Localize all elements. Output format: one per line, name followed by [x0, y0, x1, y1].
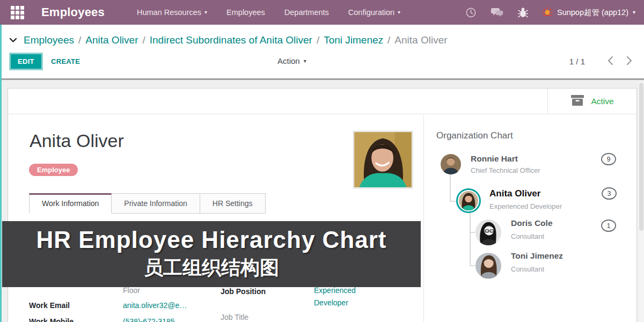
company-sun-logo-icon: [542, 7, 553, 18]
activities-clock-icon[interactable]: [465, 7, 477, 18]
job-title-label: Job Title: [221, 313, 248, 321]
active-stat-button[interactable]: Active: [547, 89, 636, 114]
apps-menu-button[interactable]: [11, 6, 24, 19]
org-node-name[interactable]: Toni Jimenez: [511, 251, 563, 261]
menu-human-resources[interactable]: Human Resources ▾: [137, 8, 207, 17]
org-node-title: Experienced Developer: [489, 202, 562, 210]
pager-count: 1 / 1: [569, 57, 585, 66]
apps-grid-icon: [11, 6, 24, 19]
navbar-right: Sunpop超管 (app12) ▾: [465, 7, 635, 18]
work-email-label: Work Email: [29, 301, 70, 310]
left-edge-accent: [0, 25, 2, 322]
breadcrumb-separator: /: [78, 34, 81, 46]
form-statusbar: Active: [8, 89, 636, 114]
user-menu[interactable]: Sunpop超管 (app12) ▾: [542, 7, 635, 18]
control-buttons-row: EDIT CREATE Action ▾ 1 / 1: [9, 53, 636, 74]
hierarchy-chart-banner: HR Employee Hierarchy Chart 员工组织结构图: [2, 221, 421, 287]
breadcrumb: Employees/Anita Oliver/Indirect Subordin…: [9, 34, 448, 46]
create-button[interactable]: CREATE: [51, 57, 80, 65]
main-menu: Human Resources ▾ Employees Departments …: [137, 8, 400, 17]
employee-category-tag[interactable]: Employee: [29, 164, 78, 176]
menu-departments[interactable]: Departments: [284, 8, 329, 17]
work-mobile-label: Work Mobile: [29, 317, 74, 322]
menu-label: Departments: [284, 8, 329, 17]
breadcrumb-current: Anita Oliver: [394, 34, 447, 46]
employee-photo[interactable]: [353, 131, 413, 188]
chevron-down-icon: ▾: [204, 10, 207, 15]
chevron-down-icon: ▾: [398, 10, 400, 15]
job-position-value-line2[interactable]: Developer: [314, 298, 348, 307]
work-address-floor-text: Floor: [123, 286, 140, 295]
breadcrumb-link-employees[interactable]: Employees: [24, 34, 74, 46]
breadcrumb-link-indirect-subordinates[interactable]: Indirect Subordinates of Anita Oliver: [150, 34, 312, 46]
org-node-name[interactable]: Ronnie Hart: [471, 154, 518, 164]
org-node-badge[interactable]: 9: [601, 153, 616, 165]
app-brand-title: Employees: [41, 5, 105, 19]
tab-private-information[interactable]: Private Information: [112, 193, 200, 214]
chevron-down-icon: ▾: [633, 10, 635, 15]
org-node-name[interactable]: Anita Oliver: [489, 188, 540, 199]
debug-bug-icon[interactable]: [518, 7, 528, 18]
work-email-value[interactable]: anita.oliver32@e…: [123, 301, 187, 310]
menu-employees[interactable]: Employees: [226, 8, 265, 17]
archive-box-icon: [570, 94, 584, 108]
scrollbar-thumb[interactable]: [639, 83, 643, 231]
org-node-title: Consultant: [511, 232, 544, 240]
form-orgchart-divider: [423, 115, 424, 322]
org-node-badge[interactable]: 1: [601, 219, 616, 232]
job-position-label: Job Position: [221, 287, 266, 296]
work-mobile-value[interactable]: (538)-672-3185: [123, 317, 175, 322]
job-position-value-line1[interactable]: Experienced: [314, 286, 356, 295]
breadcrumb-link-toni-jimenez[interactable]: Toni Jimenez: [324, 34, 383, 46]
breadcrumb-separator: /: [317, 34, 319, 46]
org-node-title: Consultant: [511, 265, 544, 273]
top-navbar: Employees Human Resources ▾ Employees De…: [0, 0, 644, 25]
active-stat-label: Active: [591, 97, 613, 106]
banner-title-en: HR Employee Hierarchy Chart: [36, 227, 387, 253]
messages-chat-icon[interactable]: [491, 7, 504, 18]
user-name-label: Sunpop超管 (app12): [557, 8, 628, 18]
org-node-name[interactable]: Doris Cole: [511, 218, 553, 228]
action-label: Action: [277, 56, 300, 65]
breadcrumb-separator: /: [142, 34, 145, 46]
edit-button[interactable]: EDIT: [9, 53, 43, 70]
org-node-title: Chief Technical Officer: [471, 166, 540, 174]
menu-configuration[interactable]: Configuration ▾: [348, 8, 400, 17]
org-node-badge[interactable]: 3: [602, 187, 617, 200]
form-tabs: Work Information Private Information HR …: [29, 193, 266, 214]
org-avatar-doris-cole[interactable]: [475, 219, 501, 245]
pager-next-icon[interactable]: [626, 56, 632, 65]
pager-previous-icon[interactable]: [608, 56, 613, 65]
vertical-scrollbar[interactable]: [639, 82, 644, 322]
org-avatar-anita-oliver[interactable]: [456, 188, 481, 213]
employee-name-title: Anita Oliver: [30, 130, 124, 151]
tab-hr-settings[interactable]: HR Settings: [200, 193, 266, 214]
breadcrumb-separator: /: [387, 34, 390, 46]
breadcrumb-link-anita-oliver[interactable]: Anita Oliver: [85, 34, 138, 46]
tab-work-information[interactable]: Work Information: [29, 193, 112, 214]
expand-chevron-icon[interactable]: [9, 38, 17, 43]
action-dropdown[interactable]: Action ▾: [277, 56, 306, 65]
org-avatar-toni-jimenez[interactable]: [475, 253, 501, 279]
org-avatar-ronnie-hart[interactable]: [441, 154, 461, 174]
menu-label: Employees: [226, 8, 265, 17]
banner-title-zh: 员工组织结构图: [144, 255, 279, 281]
control-panel: Employees/Anita Oliver/Indirect Subordin…: [2, 25, 644, 80]
menu-label: Configuration: [348, 8, 394, 17]
chevron-down-icon: ▾: [304, 58, 306, 64]
menu-label: Human Resources: [137, 8, 201, 17]
app-window: Employees Human Resources ▾ Employees De…: [0, 0, 644, 322]
org-chart-title: Organization Chart: [436, 130, 513, 141]
